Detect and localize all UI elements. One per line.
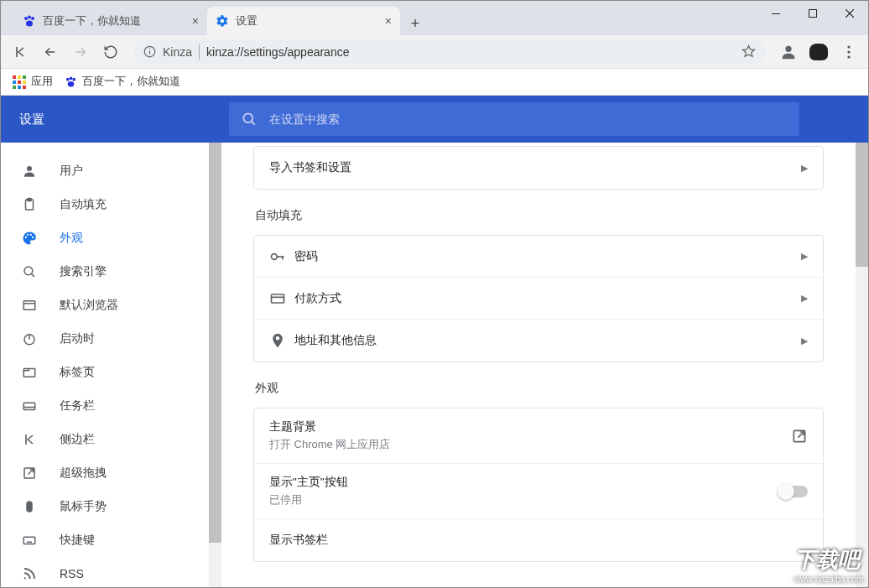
sidebar-item-autofill[interactable]: 自动填充 [1, 188, 209, 221]
sidebar-item-drag[interactable]: 超级拖拽 [1, 456, 209, 490]
extension-cat-icon[interactable] [806, 39, 831, 65]
svg-point-14 [847, 55, 850, 58]
sidebar-item-taskbar[interactable]: 任务栏 [1, 389, 209, 423]
svg-rect-35 [23, 537, 35, 544]
bookmark-star-icon[interactable] [742, 44, 756, 59]
settings-header: 设置 [1, 96, 868, 143]
sidebar-item-browser[interactable]: 默认浏览器 [1, 289, 209, 322]
svg-point-24 [24, 267, 33, 275]
svg-rect-44 [272, 294, 284, 303]
sidebar-label: 鼠标手势 [60, 499, 107, 514]
mouse-icon [21, 499, 38, 514]
keyboard-icon [21, 533, 38, 548]
sidebar-item-user[interactable]: 用户 [1, 154, 209, 188]
svg-point-21 [27, 166, 32, 171]
bookmark-label: 百度一下，你就知道 [82, 75, 180, 89]
tab-baidu[interactable]: 百度一下，你就知道 × [14, 7, 207, 35]
location-icon [269, 332, 294, 349]
svg-point-16 [70, 76, 73, 80]
menu-button[interactable] [836, 39, 861, 65]
row-label: 主题背景 [269, 419, 390, 434]
svg-point-40 [24, 577, 26, 579]
svg-point-2 [31, 17, 34, 20]
svg-rect-31 [23, 403, 35, 409]
row-home-button[interactable]: 显示"主页"按钮 已停用 [254, 464, 823, 519]
sidebar-label: 超级拖拽 [60, 466, 107, 481]
apps-shortcut[interactable]: 应用 [13, 75, 53, 89]
svg-rect-26 [23, 301, 35, 310]
maximize-button[interactable] [794, 1, 831, 26]
sidebar-label: 侧边栏 [60, 432, 95, 447]
sidebar-label: 启动时 [60, 331, 95, 346]
external-link-icon [791, 428, 808, 445]
site-info-icon[interactable] [143, 45, 156, 58]
row-passwords[interactable]: 密码 ▶ [254, 236, 823, 278]
rss-icon [21, 566, 38, 581]
settings-search[interactable] [229, 102, 799, 136]
svg-point-11 [785, 45, 791, 51]
row-import-bookmarks[interactable]: 导入书签和设置 ▶ [254, 147, 823, 189]
chevron-right-icon: ▶ [801, 251, 808, 262]
forward-button[interactable] [68, 39, 93, 65]
window-titlebar: 百度一下，你就知道 × 设置 × + [1, 1, 868, 35]
sidebar-label: 任务栏 [60, 398, 95, 414]
sidebar-item-appearance[interactable]: 外观 [1, 221, 209, 255]
sidebar-item-shortcut[interactable]: 快捷键 [1, 523, 209, 557]
sidebar-scrollbar[interactable] [209, 143, 221, 587]
sidebar-label: 用户 [60, 164, 83, 179]
search-icon [241, 111, 258, 127]
svg-point-15 [66, 78, 70, 81]
row-label: 显示书签栏 [269, 533, 328, 548]
open-box-icon [21, 466, 38, 481]
bookmark-baidu[interactable]: 百度一下，你就知道 [65, 75, 180, 89]
baidu-paw-icon [23, 14, 36, 28]
sidebar-item-mouse[interactable]: 鼠标手势 [1, 490, 209, 523]
row-theme[interactable]: 主题背景 打开 Chrome 网上应用店 [254, 408, 823, 464]
section-title-autofill: 自动填充 [255, 208, 824, 223]
row-payment[interactable]: 付款方式 ▶ [254, 278, 823, 320]
page-title: 设置 [19, 112, 229, 127]
reload-button[interactable] [98, 39, 123, 65]
tab-settings[interactable]: 设置 × [207, 7, 400, 35]
toggle-switch[interactable] [779, 486, 808, 497]
card-icon [269, 290, 294, 307]
tab-title: 设置 [236, 14, 258, 29]
sidebar-item-startup[interactable]: 启动时 [1, 322, 209, 356]
tab-title: 百度一下，你就知道 [43, 14, 141, 29]
settings-sidebar: 用户 自动填充 外观 搜索引擎 默认浏览器 启动时 标签页 任务栏 侧边栏 超级… [1, 143, 209, 587]
go-first-button[interactable] [8, 39, 33, 65]
sidebar-label: RSS [60, 567, 84, 580]
close-icon[interactable]: × [385, 14, 392, 28]
row-label: 密码 [294, 249, 318, 264]
apps-grid-icon [13, 75, 26, 89]
chevron-right-icon: ▶ [801, 163, 808, 174]
sidebar-item-search[interactable]: 搜索引擎 [1, 255, 209, 289]
row-label: 导入书签和设置 [269, 160, 351, 175]
svg-point-13 [847, 50, 850, 53]
tab-icon [21, 365, 38, 380]
row-address[interactable]: 地址和其他信息 ▶ [254, 320, 823, 362]
content-scrollbar[interactable] [856, 143, 868, 587]
close-button[interactable] [831, 1, 868, 26]
settings-search-input[interactable] [269, 112, 788, 126]
row-label: 付款方式 [294, 291, 341, 306]
back-button[interactable] [38, 39, 63, 65]
search-icon [21, 264, 38, 279]
sidebar-item-tabs[interactable]: 标签页 [1, 356, 209, 389]
new-tab-button[interactable]: + [403, 12, 427, 35]
sidebar-label: 搜索引擎 [60, 264, 107, 279]
profile-avatar[interactable] [776, 39, 801, 65]
bookmarks-bar: 应用 百度一下，你就知道 [1, 69, 868, 96]
sidebar-label: 默认浏览器 [60, 298, 118, 313]
row-bookmark-bar[interactable]: 显示书签栏 [254, 519, 823, 561]
separator [199, 44, 200, 60]
sidebar-label: 快捷键 [60, 533, 95, 548]
sidebar-item-sidebar[interactable]: 侧边栏 [1, 423, 209, 456]
key-icon [269, 248, 294, 265]
sidebar-label: 外观 [60, 231, 83, 246]
sidebar-item-rss[interactable]: RSS [1, 557, 209, 587]
minimize-button[interactable] [757, 1, 794, 26]
svg-point-41 [272, 253, 278, 259]
omnibox[interactable]: Kinza kinza://settings/appearance [133, 39, 766, 65]
close-icon[interactable]: × [192, 14, 199, 28]
